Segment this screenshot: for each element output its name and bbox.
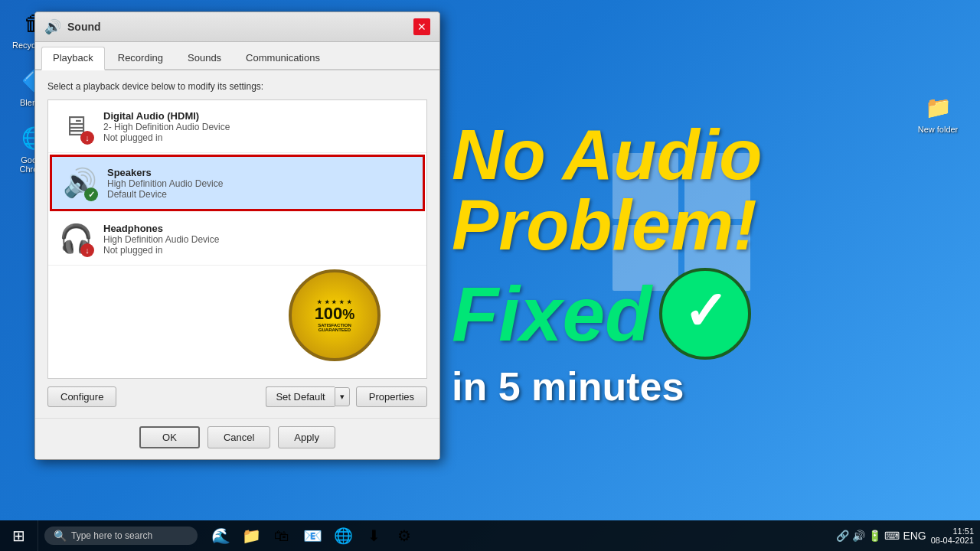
dialog-close-button[interactable]: ✕ bbox=[413, 18, 430, 35]
desktop: 🗑 Recycle Bin 🔷 Blender 🌐 Google Chrome … bbox=[0, 0, 980, 551]
tab-sounds[interactable]: Sounds bbox=[176, 47, 233, 69]
overlay-line4: in 5 minutes bbox=[452, 364, 934, 409]
device-item-speakers[interactable]: 🔊 ✓ Speakers High Definition Audio Devic… bbox=[50, 155, 425, 211]
configure-button[interactable]: Configure bbox=[47, 386, 116, 407]
check-circle: ✓ bbox=[659, 268, 751, 360]
device-icon-wrap-headphones: 🎧 ↓ bbox=[57, 220, 94, 257]
badge-percent: % bbox=[342, 307, 354, 323]
set-default-arrow-button[interactable]: ▾ bbox=[335, 387, 350, 406]
apply-button[interactable]: Apply bbox=[278, 426, 335, 448]
taskbar-right: 🔗 🔊 🔋 ⌨ ENG 11:51 08-04-2021 bbox=[836, 527, 980, 545]
taskbar-system-icons: 🔗 🔊 🔋 ⌨ ENG bbox=[836, 530, 926, 542]
tab-communications[interactable]: Communications bbox=[234, 47, 332, 69]
tab-recording[interactable]: Recording bbox=[106, 47, 175, 69]
taskbar-app-icons: 🌊 📁 🛍 📧 🌐 ⬇ ⚙ bbox=[207, 522, 418, 549]
set-default-button[interactable]: Set Default bbox=[266, 386, 334, 407]
taskbar-date-text: 08-04-2021 bbox=[931, 536, 974, 545]
battery-icon: 🔋 bbox=[868, 530, 881, 542]
sound-dialog: 🔊 Sound ✕ Playback Recording Sounds Comm… bbox=[34, 11, 440, 460]
taskbar-store-icon[interactable]: 🛍 bbox=[268, 522, 296, 549]
satisfaction-badge: ★ ★ ★ ★ ★ 100 % SATISFACTIONGUARANTEED bbox=[289, 269, 381, 361]
fixed-row: Fixed ✓ bbox=[452, 268, 934, 360]
dialog-body: Select a playback device below to modify… bbox=[35, 70, 439, 418]
volume-icon[interactable]: 🔊 bbox=[852, 530, 865, 542]
hdmi-device-type: 2- High Definition Audio Device bbox=[103, 122, 417, 132]
headphones-device-status: Not plugged in bbox=[103, 245, 417, 256]
taskbar-clock[interactable]: 11:51 08-04-2021 bbox=[931, 527, 974, 545]
speakers-badge: ✓ bbox=[84, 187, 98, 201]
dialog-title-text: Sound bbox=[67, 21, 101, 33]
device-icon-wrap-hdmi: 🖥 ↓ bbox=[57, 108, 94, 145]
taskbar-search[interactable]: 🔍 Type here to search bbox=[44, 527, 198, 545]
taskbar-cmd-icon[interactable]: ⚙ bbox=[390, 522, 418, 549]
taskbar-search-text: Type here to search bbox=[71, 530, 152, 541]
dialog-title-left: 🔊 Sound bbox=[44, 18, 101, 35]
device-icon-wrap-speakers: 🔊 ✓ bbox=[61, 165, 98, 201]
taskbar-download-icon[interactable]: ⬇ bbox=[360, 522, 387, 549]
tab-playback[interactable]: Playback bbox=[41, 47, 105, 70]
taskbar-outlook-icon[interactable]: 📧 bbox=[299, 522, 326, 549]
set-default-group: Set Default ▾ bbox=[266, 386, 349, 407]
device-item-headphones[interactable]: 🎧 ↓ Headphones High Definition Audio Dev… bbox=[48, 213, 426, 266]
properties-button[interactable]: Properties bbox=[356, 386, 427, 407]
headphones-info: Headphones High Definition Audio Device … bbox=[103, 223, 417, 256]
taskbar: ⊞ 🔍 Type here to search 🌊 📁 🛍 📧 🌐 ⬇ ⚙ 🔗 … bbox=[0, 520, 980, 551]
overlay-line1: No Audio bbox=[452, 119, 934, 190]
dialog-instruction: Select a playback device below to modify… bbox=[47, 81, 427, 92]
badge-area: ★ ★ ★ ★ ★ 100 % SATISFACTIONGUARANTEED bbox=[48, 266, 426, 365]
headphones-badge: ↓ bbox=[80, 243, 94, 257]
speakers-info: Speakers High Definition Audio Device De… bbox=[107, 167, 413, 200]
badge-number: 100 bbox=[315, 305, 343, 322]
hdmi-badge: ↓ bbox=[80, 131, 94, 145]
headphones-device-type: High Definition Audio Device bbox=[103, 234, 417, 245]
hdmi-info: Digital Audio (HDMI) 2- High Definition … bbox=[103, 110, 417, 143]
hdmi-device-status: Not plugged in bbox=[103, 132, 417, 143]
cancel-button[interactable]: Cancel bbox=[207, 426, 270, 448]
speakers-device-status: Default Device bbox=[107, 189, 413, 200]
dialog-action-buttons: Configure Set Default ▾ Properties bbox=[47, 386, 427, 407]
taskbar-search-icon: 🔍 bbox=[54, 530, 67, 542]
taskbar-time-text: 11:51 bbox=[952, 527, 974, 536]
device-list[interactable]: 🖥 ↓ Digital Audio (HDMI) 2- High Definit… bbox=[47, 99, 427, 379]
taskbar-chrome-icon[interactable]: 🌐 bbox=[329, 522, 357, 549]
overlay-line3: Fixed bbox=[452, 276, 652, 352]
keyboard-icon: ⌨ bbox=[884, 530, 900, 542]
network-icon[interactable]: 🔗 bbox=[836, 530, 849, 542]
dialog-bottom-buttons: OK Cancel Apply bbox=[35, 418, 439, 459]
device-item-hdmi[interactable]: 🖥 ↓ Digital Audio (HDMI) 2- High Definit… bbox=[48, 100, 426, 153]
speakers-device-type: High Definition Audio Device bbox=[107, 178, 413, 189]
badge-text-bottom: SATISFACTIONGUARANTEED bbox=[318, 323, 351, 332]
taskbar-edge-icon[interactable]: 🌊 bbox=[207, 522, 234, 549]
sound-title-icon: 🔊 bbox=[44, 18, 61, 35]
overlay-line2: Problem! bbox=[452, 190, 934, 260]
dialog-tabs: Playback Recording Sounds Communications bbox=[35, 42, 439, 70]
hdmi-device-name: Digital Audio (HDMI) bbox=[103, 110, 417, 122]
start-button[interactable]: ⊞ bbox=[0, 520, 38, 551]
start-icon: ⊞ bbox=[12, 527, 25, 545]
headphones-device-name: Headphones bbox=[103, 223, 417, 234]
dialog-titlebar: 🔊 Sound ✕ bbox=[35, 12, 439, 42]
checkmark-icon: ✓ bbox=[683, 285, 728, 338]
language-label: ENG bbox=[903, 530, 926, 542]
overlay-text-area: No Audio Problem! Fixed ✓ in 5 minutes bbox=[444, 23, 942, 505]
ok-button[interactable]: OK bbox=[139, 426, 200, 448]
taskbar-explorer-icon[interactable]: 📁 bbox=[237, 522, 265, 549]
speakers-device-name: Speakers bbox=[107, 167, 413, 178]
